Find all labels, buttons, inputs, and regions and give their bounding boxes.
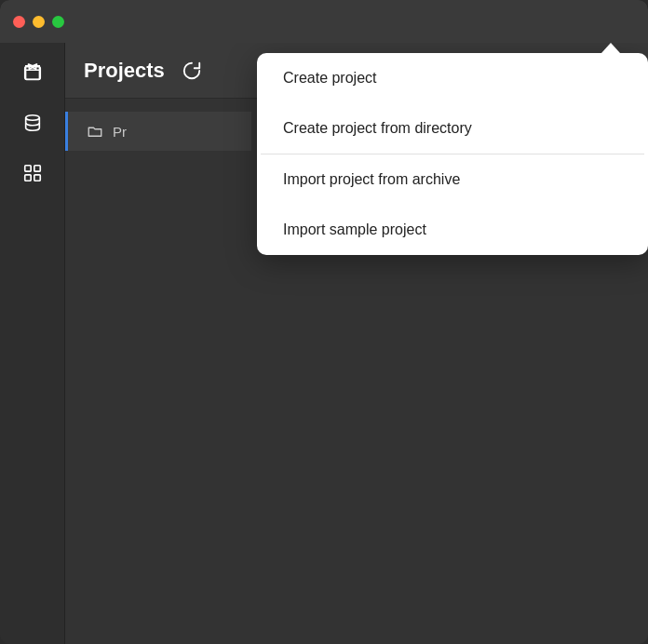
refresh-button[interactable]: [178, 57, 206, 85]
create-project-item[interactable]: Create project: [257, 53, 648, 103]
svg-rect-5: [34, 175, 39, 181]
import-archive-item[interactable]: Import project from archive: [257, 154, 648, 205]
traffic-lights: [13, 16, 64, 28]
svg-point-1: [25, 115, 39, 121]
sidebar-item-apps[interactable]: [12, 153, 53, 194]
sidebar: [0, 43, 65, 644]
list-item[interactable]: Pr: [65, 112, 251, 151]
minimize-button[interactable]: [33, 16, 45, 28]
main-content: Projects New Pr: [65, 43, 648, 644]
page-title: Projects: [84, 59, 165, 83]
grid-icon: [22, 163, 43, 183]
svg-rect-3: [34, 166, 39, 171]
svg-rect-0: [24, 67, 40, 80]
sidebar-item-projects[interactable]: [12, 52, 53, 93]
app-body: Projects New Pr: [0, 43, 648, 644]
svg-rect-2: [24, 166, 30, 171]
bookmark-icon: [22, 62, 43, 83]
database-icon: [22, 113, 43, 133]
close-button[interactable]: [13, 16, 25, 28]
dropdown-arrow: [257, 43, 648, 53]
svg-rect-4: [24, 175, 30, 181]
refresh-icon: [182, 60, 202, 81]
dropdown-menu: Create project Create project from direc…: [257, 53, 648, 255]
dropdown-wrapper: Create project Create project from direc…: [257, 43, 648, 255]
import-sample-item[interactable]: Import sample project: [257, 205, 648, 255]
maximize-button[interactable]: [52, 16, 64, 28]
sidebar-item-database[interactable]: [12, 102, 53, 143]
titlebar: [0, 0, 648, 43]
folder-icon: [87, 123, 103, 140]
project-name: Pr: [113, 124, 127, 140]
create-from-directory-item[interactable]: Create project from directory: [257, 103, 648, 154]
